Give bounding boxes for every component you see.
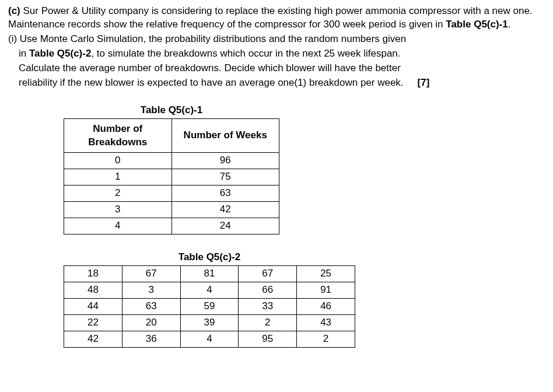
question-sub-3: Calculate the average number of breakdow…	[8, 62, 545, 75]
table2-cell: 44	[64, 298, 123, 314]
table2-cell: 33	[239, 298, 297, 314]
table1-cell: 75	[172, 169, 279, 186]
question-sub-2: in Table Q5(c)-2, to simulate the breakd…	[8, 47, 545, 61]
sub-in: in	[19, 48, 29, 59]
table-row: 22 20 39 2 43	[64, 314, 355, 331]
table-row: 18 67 81 67 25	[64, 266, 355, 282]
table2-cell: 3	[122, 282, 180, 299]
table2-cell: 22	[64, 314, 123, 331]
table2-cell: 66	[239, 282, 297, 299]
table-row: 1 75	[64, 169, 279, 186]
sub-line-2: , to simulate the breakdowns which occur…	[91, 48, 400, 59]
table2-cell: 81	[180, 266, 239, 282]
sub-prefix: (i)	[8, 33, 20, 44]
table2-cell: 4	[180, 331, 239, 347]
table-row: 48 3 4 66 91	[64, 282, 355, 299]
table-q5c-1: Number of Breakdowns Number of Weeks 0 9…	[64, 118, 279, 235]
table2-cell: 95	[239, 331, 297, 347]
table1-cell: 42	[172, 202, 279, 218]
table1-cell: 1	[64, 169, 172, 186]
table2-cell: 63	[122, 298, 180, 314]
table2-cell: 67	[122, 266, 180, 282]
table-row: 42 36 4 95 2	[64, 331, 355, 347]
question-body-1-end: .	[508, 19, 511, 30]
table2-cell: 2	[239, 314, 297, 331]
table2-title: Table Q5(c)-2	[64, 251, 355, 264]
table2-cell: 18	[64, 266, 123, 282]
table2-cell: 39	[180, 314, 239, 331]
table1-header-col2: Number of Weeks	[172, 118, 279, 153]
table-row: 4 24	[64, 218, 279, 235]
table-row: 2 63	[64, 186, 279, 202]
table1-header-col1a: Number of	[68, 123, 168, 136]
table2-cell: 20	[122, 314, 180, 331]
table2-cell: 43	[297, 314, 355, 331]
table1-title: Table Q5(c)-1	[64, 104, 279, 117]
table1-cell: 0	[64, 153, 172, 169]
table-row: 3 42	[64, 202, 279, 218]
table2-cell: 2	[297, 331, 355, 347]
table1-cell: 63	[172, 186, 279, 202]
table2-cell: 25	[297, 266, 355, 282]
table1-cell: 24	[172, 218, 279, 235]
table1-header-col1: Number of Breakdowns	[64, 118, 172, 153]
question-prefix: (c)	[8, 5, 20, 16]
table2-cell: 59	[180, 298, 239, 314]
table1-cell: 4	[64, 218, 172, 235]
table1-cell: 96	[172, 153, 279, 169]
sub-line-4: reliability if the new blower is expecte…	[19, 77, 404, 88]
question-para-1: (c) Sur Power & Utility company is consi…	[8, 5, 545, 32]
table-row: 44 63 59 33 46	[64, 298, 355, 314]
question-block: (c) Sur Power & Utility company is consi…	[8, 5, 545, 90]
marks: [7]	[418, 77, 430, 88]
table2-cell: 46	[297, 298, 355, 314]
table-row: 0 96	[64, 153, 279, 169]
question-sub-1: (i) Use Monte Carlo Simulation, the prob…	[8, 33, 545, 46]
question-sub-4: reliability if the new blower is expecte…	[8, 76, 545, 90]
table-q5c-2: 18 67 81 67 25 48 3 4 66 91 44 63 59 33 …	[64, 265, 355, 348]
sub-line-1: Use Monte Carlo Simulation, the probabil…	[20, 33, 406, 44]
table1-ref: Table Q5(c)-1	[446, 19, 508, 30]
table1-header-col1b: Breakdowns	[68, 136, 168, 149]
table2-cell: 4	[180, 282, 239, 299]
table2-cell: 91	[297, 282, 355, 299]
table2-cell: 42	[64, 331, 123, 347]
table2-cell: 67	[239, 266, 297, 282]
table1-cell: 2	[64, 186, 172, 202]
sub-line-3: Calculate the average number of breakdow…	[19, 62, 401, 74]
table2-cell: 36	[122, 331, 180, 347]
table2-cell: 48	[64, 282, 123, 299]
table2-ref: Table Q5(c)-2	[29, 48, 91, 59]
table1-cell: 3	[64, 202, 172, 218]
